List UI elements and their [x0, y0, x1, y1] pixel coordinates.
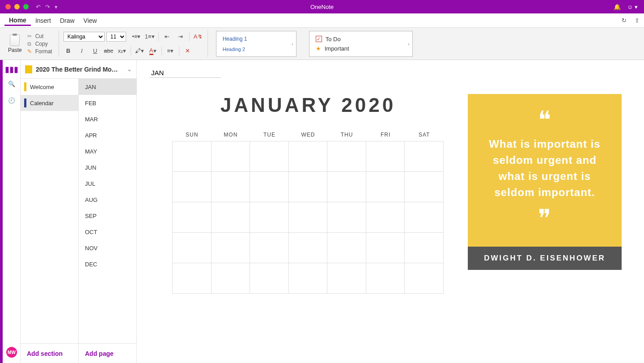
- calendar-cell[interactable]: [250, 232, 289, 263]
- calendar-cell[interactable]: [172, 171, 212, 202]
- calendar-cell[interactable]: [327, 263, 366, 294]
- style-heading1[interactable]: Heading 1: [223, 36, 290, 42]
- calendar-cell[interactable]: [288, 232, 328, 263]
- calendar-cell[interactable]: [172, 263, 212, 294]
- page-item[interactable]: APR: [79, 127, 136, 143]
- chevron-right-icon[interactable]: ›: [292, 41, 293, 47]
- page-item[interactable]: JAN: [79, 79, 136, 95]
- clear-format-button[interactable]: A↯: [193, 32, 203, 42]
- font-size-select[interactable]: 11: [106, 32, 126, 42]
- tag-todo[interactable]: ✓ To Do: [316, 36, 406, 43]
- strike-button[interactable]: abc: [104, 46, 114, 56]
- tag-important[interactable]: ★ Important: [316, 45, 406, 52]
- underline-button[interactable]: U: [90, 46, 100, 56]
- menu-draw[interactable]: Draw: [55, 15, 79, 26]
- highlight-button[interactable]: 🖍▾: [135, 46, 144, 56]
- calendar-cell[interactable]: [250, 171, 289, 202]
- bullets-button[interactable]: •≡▾: [131, 32, 141, 42]
- add-page-button[interactable]: Add page: [78, 344, 136, 363]
- calendar-cell[interactable]: [366, 232, 405, 263]
- undo-icon[interactable]: ↶: [36, 4, 41, 10]
- section-welcome[interactable]: Welcome: [21, 79, 78, 95]
- page-canvas[interactable]: JANUARY 2020 SUNMONTUEWEDTHUFRISAT ❝ Wha…: [137, 60, 644, 363]
- align-button[interactable]: ≡▾: [165, 46, 175, 56]
- calendar-cell[interactable]: [288, 141, 328, 172]
- zoom-window[interactable]: [23, 4, 29, 9]
- calendar-cell[interactable]: [404, 263, 444, 294]
- calendar-cell[interactable]: [211, 202, 250, 233]
- cut-button[interactable]: ✂Cut: [25, 33, 54, 40]
- notebook-header[interactable]: 2020 The Better Grind Mo… ⌄: [21, 60, 136, 79]
- subscript-button[interactable]: x₂▾: [117, 46, 127, 56]
- calendar-cell[interactable]: [366, 202, 405, 233]
- calendar-cell[interactable]: [288, 202, 328, 233]
- calendar-cell[interactable]: [250, 141, 289, 172]
- font-color-button[interactable]: A▾: [148, 46, 158, 56]
- calendar-cell[interactable]: [172, 232, 212, 263]
- qat-customize-icon[interactable]: ▾: [55, 4, 58, 10]
- calendar-cell[interactable]: [327, 171, 366, 202]
- format-painter-button[interactable]: ✎Format: [25, 48, 54, 55]
- calendar-cell[interactable]: [404, 171, 444, 202]
- style-heading2[interactable]: Heading 2: [223, 47, 290, 52]
- page-item[interactable]: DEC: [79, 256, 136, 272]
- page-item[interactable]: FEB: [79, 95, 136, 111]
- menu-insert[interactable]: Insert: [31, 15, 55, 26]
- section-calendar[interactable]: Calendar: [21, 95, 78, 111]
- calendar-cell[interactable]: [211, 171, 250, 202]
- calendar-cell[interactable]: [404, 141, 444, 172]
- bold-button[interactable]: B: [64, 46, 73, 56]
- calendar-cell[interactable]: [366, 141, 405, 172]
- calendar-cell[interactable]: [288, 171, 328, 202]
- tags-gallery[interactable]: ✓ To Do ★ Important ›: [309, 31, 413, 57]
- notifications-icon[interactable]: 🔔: [614, 4, 621, 10]
- copy-button[interactable]: ⧉Copy: [25, 40, 54, 47]
- menu-view[interactable]: View: [79, 15, 102, 26]
- outdent-button[interactable]: ⇤: [162, 32, 172, 42]
- delete-button[interactable]: ✕: [183, 46, 193, 56]
- close-window[interactable]: [5, 4, 11, 9]
- add-section-button[interactable]: Add section: [21, 344, 78, 363]
- calendar-cell[interactable]: [327, 202, 366, 233]
- notebooks-icon[interactable]: ▮▮▮: [5, 64, 18, 74]
- paste-icon[interactable]: [10, 34, 20, 46]
- calendar-cell[interactable]: [172, 202, 212, 233]
- user-avatar[interactable]: MW: [6, 347, 17, 358]
- page-item[interactable]: OCT: [79, 224, 136, 240]
- minimize-window[interactable]: [14, 4, 20, 9]
- font-family-select[interactable]: Kalinga: [64, 32, 105, 42]
- indent-button[interactable]: ⇥: [176, 32, 186, 42]
- calendar-cell[interactable]: [404, 232, 444, 263]
- page-item[interactable]: SEP: [79, 208, 136, 224]
- calendar-cell[interactable]: [404, 202, 444, 233]
- chevron-right-icon[interactable]: ›: [408, 41, 410, 47]
- page-title-input[interactable]: [149, 68, 221, 78]
- page-item[interactable]: NOV: [79, 240, 136, 256]
- calendar-cell[interactable]: [250, 202, 289, 233]
- page-item[interactable]: MAY: [79, 143, 136, 159]
- calendar-cell[interactable]: [250, 263, 289, 294]
- numbering-button[interactable]: 1≡▾: [145, 32, 155, 42]
- calendar-cell[interactable]: [327, 141, 366, 172]
- calendar-cell[interactable]: [211, 232, 250, 263]
- page-item[interactable]: AUG: [79, 192, 136, 208]
- page-item[interactable]: JUL: [79, 175, 136, 192]
- emoji-icon[interactable]: ☺ ▾: [627, 4, 638, 10]
- calendar-cell[interactable]: [366, 171, 405, 202]
- italic-button[interactable]: I: [77, 46, 87, 56]
- page-item[interactable]: JUN: [79, 159, 136, 175]
- calendar-cell[interactable]: [327, 232, 366, 263]
- calendar-cell[interactable]: [366, 263, 405, 294]
- calendar-cell[interactable]: [288, 263, 328, 294]
- calendar-cell[interactable]: [211, 263, 250, 294]
- share-icon[interactable]: ⇪: [635, 17, 640, 24]
- sync-icon[interactable]: ↻: [622, 17, 627, 24]
- search-icon[interactable]: 🔍: [8, 81, 15, 87]
- calendar-cell[interactable]: [172, 141, 212, 172]
- styles-gallery[interactable]: Heading 1 Heading 2 ›: [216, 31, 297, 57]
- calendar-cell[interactable]: [211, 141, 250, 172]
- page-item[interactable]: MAR: [79, 111, 136, 127]
- chevron-down-icon[interactable]: ⌄: [127, 66, 132, 73]
- redo-icon[interactable]: ↷: [45, 4, 50, 10]
- menu-home[interactable]: Home: [4, 15, 31, 26]
